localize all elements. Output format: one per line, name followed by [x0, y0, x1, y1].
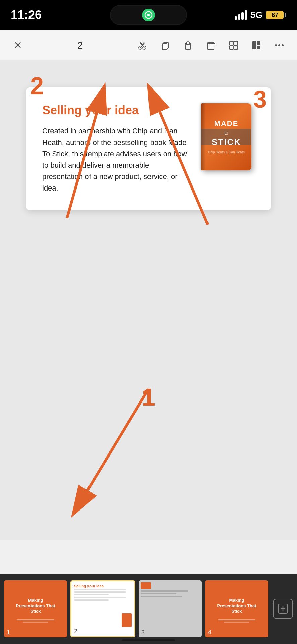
svg-rect-22: [257, 41, 260, 45]
annotation-number-2: 2: [30, 74, 44, 98]
annotation-number-1: 1: [142, 385, 155, 409]
slide-content: Selling your idea Created in partnership…: [42, 103, 201, 194]
thumb-3-content: [139, 580, 202, 637]
svg-rect-20: [234, 46, 238, 49]
home-indicator: [122, 639, 175, 641]
svg-rect-11: [187, 42, 189, 43]
signal-icon: [235, 10, 247, 20]
thumbnail-strip: MakingPresentations ThatStick 1 Selling …: [0, 574, 297, 644]
thumb-2-book: [122, 613, 132, 627]
battery-tip: [285, 13, 286, 17]
more-button[interactable]: [271, 37, 288, 54]
thumb-1-content: MakingPresentations ThatStick: [4, 580, 67, 637]
cut-button[interactable]: [134, 37, 151, 54]
thumb-3-rect: [141, 582, 151, 589]
layout-button[interactable]: [248, 37, 265, 54]
book-subtitle: Chip Heath & Dan Heath: [208, 150, 245, 154]
thumb-3-lines: [141, 590, 200, 635]
thumb-2-num: 2: [74, 628, 77, 635]
battery-level: 67: [266, 11, 284, 19]
book-image: MADE to STICK Chip Heath & Dan Heath: [201, 103, 251, 170]
slide-card: Selling your idea Created in partnership…: [26, 87, 271, 210]
selection-count: 2: [77, 40, 83, 51]
thumb-3-header: [141, 582, 200, 589]
battery-indicator: 67: [266, 11, 286, 19]
book-line1: MADE: [214, 119, 239, 128]
select-all-button[interactable]: [225, 37, 242, 54]
network-type: 5G: [250, 10, 263, 20]
close-button[interactable]: ✕: [9, 37, 26, 54]
dynamic-island: [110, 5, 187, 25]
slide-thumbnail-4[interactable]: MakingPresentations ThatStick 4: [205, 580, 268, 637]
toolbar-actions: [134, 37, 288, 54]
thumb-4-title: MakingPresentations ThatStick: [214, 595, 259, 618]
svg-point-24: [275, 44, 277, 46]
paste-button[interactable]: [180, 37, 196, 54]
status-time: 11:26: [11, 8, 42, 22]
thumb-2-lines: [71, 589, 134, 601]
svg-rect-19: [230, 46, 233, 49]
slide-thumbnail-2[interactable]: Selling your Idea 2: [70, 580, 135, 637]
dynamic-island-container: [110, 5, 187, 25]
slide-title: Selling your idea: [42, 103, 191, 117]
thumb-4-content: MakingPresentations ThatStick: [205, 580, 268, 637]
book-line3: STICK: [212, 137, 241, 147]
status-indicators: 5G 67: [235, 10, 286, 20]
status-bar: 11:26 5G 67: [0, 0, 297, 30]
svg-rect-17: [230, 41, 233, 45]
svg-line-30: [74, 389, 148, 513]
annotation-number-3: 3: [253, 87, 267, 111]
toolbar: ✕ 2: [0, 30, 297, 60]
slide-thumbnail-3[interactable]: 3: [139, 580, 202, 637]
svg-point-26: [282, 44, 284, 46]
main-canvas: 2 3 1 Selling your idea Created in partn…: [0, 60, 297, 540]
book-line2: to: [224, 130, 228, 136]
copy-button[interactable]: [157, 37, 174, 54]
svg-point-25: [278, 44, 280, 46]
thumb-1-num: 1: [7, 629, 10, 636]
thumb-1-title: MakingPresentations ThatStick: [13, 595, 58, 618]
slide-thumbnail-1[interactable]: MakingPresentations ThatStick 1: [4, 580, 67, 637]
thumb-2-title: Selling your Idea: [71, 581, 134, 589]
svg-rect-8: [162, 44, 167, 50]
di-app-icon: [142, 9, 155, 21]
svg-rect-21: [252, 41, 256, 49]
svg-rect-23: [257, 46, 260, 49]
thumb-3-num: 3: [141, 629, 145, 636]
svg-rect-18: [234, 41, 238, 45]
delete-button[interactable]: [202, 37, 219, 54]
add-slide-button[interactable]: [273, 599, 293, 619]
slide-body: Created in partnership with Chip and Dan…: [42, 125, 191, 194]
thumb-4-num: 4: [208, 629, 211, 636]
book-cover: MADE to STICK Chip Heath & Dan Heath: [201, 103, 255, 174]
